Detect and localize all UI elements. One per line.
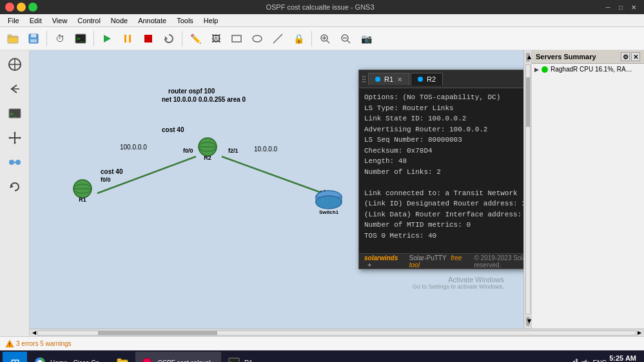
menu-bar: File Edit View Control Node Annotate Too… xyxy=(0,14,644,27)
svg-rect-3 xyxy=(31,34,36,37)
canvas-area[interactable]: router ospf 100 net 10.0.0.0 0.0.0.255 a… xyxy=(30,50,523,329)
f21-r2-label: f2/1 xyxy=(228,148,239,154)
svg-line-14 xyxy=(273,34,282,43)
menu-control[interactable]: Control xyxy=(72,15,105,26)
sidebar-console-tool[interactable]: >_ xyxy=(5,103,25,124)
h-scroll-track[interactable] xyxy=(37,330,636,336)
start-button[interactable]: ⊞ xyxy=(3,352,27,362)
chrome-icon xyxy=(34,356,46,362)
menu-view[interactable]: View xyxy=(47,15,73,26)
taskbar-item-r1[interactable]: >_ R1 xyxy=(222,352,258,362)
menu-edit[interactable]: Edit xyxy=(24,15,47,26)
tab-r1-close[interactable]: ✕ xyxy=(397,76,402,83)
svg-point-48 xyxy=(316,196,342,209)
edit-button[interactable]: ✏️ xyxy=(186,30,204,48)
svg-text:R2: R2 xyxy=(204,155,211,161)
servers-panel-settings-icon[interactable]: ⚙ xyxy=(621,52,630,61)
horizontal-scrollbar[interactable]: ◀ ▶ xyxy=(30,329,644,336)
line-button[interactable] xyxy=(269,30,287,48)
f00-r1-label: f0/0 xyxy=(101,176,111,183)
svg-rect-8 xyxy=(124,35,126,43)
menu-file[interactable]: File xyxy=(3,15,24,26)
svg-rect-12 xyxy=(232,35,241,42)
save-button[interactable] xyxy=(24,30,43,48)
zoom-out-button[interactable] xyxy=(337,30,355,48)
svg-text:>_: >_ xyxy=(10,111,17,117)
play-button[interactable] xyxy=(98,30,116,48)
lang-display: ENG xyxy=(593,359,607,362)
screenshot-button[interactable]: 📷 xyxy=(357,30,375,48)
server-item-raghad[interactable]: ▶ RaghadR CPU 16.1%, RAM... xyxy=(532,64,644,75)
console-button[interactable]: >_ xyxy=(72,30,90,48)
terminal-drag-handle[interactable] xyxy=(362,73,367,86)
svg-rect-56 xyxy=(117,359,121,361)
svg-line-37 xyxy=(222,157,323,193)
router-r1[interactable]: R1 xyxy=(67,176,98,207)
ellipse-button[interactable] xyxy=(248,30,266,48)
router-r2[interactable]: R2 xyxy=(192,134,223,165)
servers-panel-close-icon[interactable]: ✕ xyxy=(631,52,640,61)
menu-node[interactable]: Node xyxy=(106,15,133,26)
left-sidebar: >_ xyxy=(0,50,30,336)
taskbar-item-explorer[interactable] xyxy=(111,352,134,362)
tab-r2[interactable]: R2 xyxy=(411,73,443,86)
terminal-content[interactable]: Options: (No TOS-capability, DC) LS Type… xyxy=(359,88,523,253)
sidebar-move-tool[interactable] xyxy=(5,128,25,148)
servers-summary-title: Servers Summary xyxy=(536,53,596,61)
status-warning: ! 3 errors 5 warnings xyxy=(5,339,72,348)
ospf-label: router ospf 100 xyxy=(168,88,215,95)
taskbar-time: 5:25 AM 8/8/2024 xyxy=(609,354,636,362)
v-scroll-track[interactable] xyxy=(525,64,531,314)
menu-help[interactable]: Help xyxy=(199,15,224,26)
taskbar-r1-label: R1 xyxy=(244,359,253,363)
status-bar: ! 3 errors 5 warnings xyxy=(0,336,644,350)
h-scroll-left[interactable]: ◀ xyxy=(31,330,37,336)
taskbar-item-gns3[interactable]: G OSPF cost calcual... xyxy=(135,352,221,362)
sidebar-select-tool[interactable] xyxy=(5,54,25,75)
stop-button[interactable] xyxy=(139,30,157,48)
svg-text:!: ! xyxy=(9,342,10,347)
image-button[interactable]: 🖼 xyxy=(207,30,225,48)
svg-rect-4 xyxy=(30,39,37,43)
switch-sw1[interactable]: Switch1 xyxy=(309,186,340,216)
terminal-product-label: Solar-PuTTY free tool xyxy=(409,254,469,269)
sidebar-back-tool[interactable] xyxy=(5,79,25,99)
svg-marker-7 xyxy=(104,35,111,43)
term-line-7: Number of Links: 2 xyxy=(364,167,523,178)
h-scroll-right[interactable]: ▶ xyxy=(636,330,643,336)
sidebar-undo-tool[interactable] xyxy=(5,176,25,197)
tab-r1[interactable]: R1 ✕ xyxy=(368,73,409,85)
svg-marker-65 xyxy=(581,359,587,362)
ip10-label: 10.0.0.0 xyxy=(254,146,277,153)
zoom-in-button[interactable] xyxy=(316,30,334,48)
pause-button[interactable] xyxy=(119,30,137,48)
term-line-1: LS Type: Router Links xyxy=(364,103,523,114)
terminal-copyright: © 2019-2023 SolarWinds Worldwide, LLC. A… xyxy=(474,254,523,269)
svg-text:R1: R1 xyxy=(79,196,86,203)
term-line-14 xyxy=(364,241,523,252)
menu-annotate[interactable]: Annotate xyxy=(133,15,171,26)
svg-rect-64 xyxy=(576,359,578,362)
close-button[interactable]: ✕ xyxy=(629,3,639,12)
ip100-label: 100.0.0.0 xyxy=(120,144,147,151)
net-label: net 10.0.0.0 0.0.0.255 area 0 xyxy=(162,96,246,103)
maximize-button[interactable]: □ xyxy=(616,3,626,12)
cost-label-r1: cost 40 xyxy=(101,168,122,175)
svg-rect-10 xyxy=(144,35,152,43)
reload-button[interactable] xyxy=(160,30,178,48)
taskbar-item-chrome[interactable]: Home - Cisco Co... xyxy=(28,352,110,362)
vertical-scrollbar[interactable]: ▲ ▼ xyxy=(523,50,531,329)
menu-tools[interactable]: Tools xyxy=(171,15,199,26)
server-expand-arrow[interactable]: ▶ xyxy=(534,66,539,73)
canvas-with-vscroll: router ospf 100 net 10.0.0.0 0.0.0.255 a… xyxy=(30,50,644,329)
minimize-button[interactable]: ─ xyxy=(603,3,613,12)
explorer-icon xyxy=(116,356,129,362)
sidebar-link-tool[interactable] xyxy=(5,152,25,173)
terminal-tab-bar: R1 ✕ R2 + ─ □ ✕ xyxy=(359,70,523,88)
timer-button[interactable]: ⏱ xyxy=(51,30,69,48)
term-line-8 xyxy=(364,177,523,188)
rect-button[interactable] xyxy=(228,30,246,48)
open-button[interactable] xyxy=(4,30,22,48)
lock-button[interactable]: 🔒 xyxy=(289,30,307,48)
window-title: OSPF cost calcualte issue - GNS3 xyxy=(37,3,603,11)
